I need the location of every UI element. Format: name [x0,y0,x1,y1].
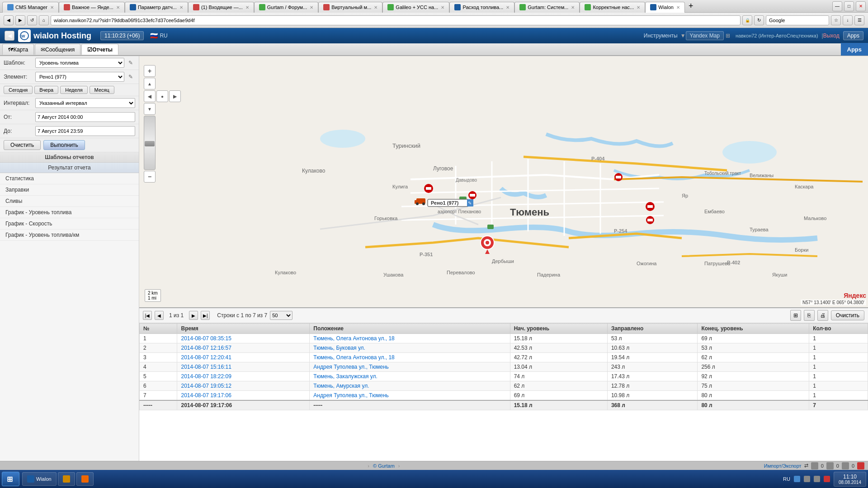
address-bar[interactable] [51,15,741,25]
cell-location[interactable]: Тюмень, Олега Антонова ул., 18 [310,353,510,362]
yesterday-btn[interactable]: Вчера [34,86,58,94]
menu-item-refuels[interactable]: Заправки [0,184,139,196]
browser-tab-9[interactable]: Gurtam: Систем...✕ [514,2,580,13]
minimize-btn[interactable]: — [832,1,842,11]
cell-time[interactable]: 2014-08-07 12:16:57 [177,343,310,353]
browser-tab-7[interactable]: Galileo + УСС на...✕ [382,2,449,13]
week-btn[interactable]: Неделя [60,86,87,94]
element-select[interactable]: Рено1 (977) [35,72,124,82]
first-page-btn[interactable]: |◀ [143,311,152,320]
tab-map[interactable]: 🗺 Карта [2,44,34,55]
app-back-btn[interactable]: ◀ [5,31,14,41]
clear-btn[interactable]: Очистить [4,140,41,150]
cell-time[interactable]: 2014-08-07 18:22:09 [177,372,310,381]
bottom-gurtam-link[interactable]: © Gurtam [373,463,395,469]
start-button[interactable]: ⊞ [2,472,19,486]
to-input[interactable] [35,126,135,136]
pan-center-btn[interactable]: ● [156,90,168,102]
search-input[interactable] [766,15,829,25]
header-icon-btn[interactable]: ⊞ [726,33,730,39]
element-edit-btn[interactable]: ✎ [126,72,135,81]
pan-up-btn[interactable]: ▲ [144,78,156,89]
taskbar-task-wialon[interactable]: Wialon [22,472,57,486]
header-user[interactable]: навкон72 (Интер-АвтоСпецтехника) [736,33,818,38]
pan-down-btn[interactable]: ▼ [144,103,156,115]
zoom-slider[interactable] [144,116,156,170]
cell-time[interactable]: 2014-08-07 19:17:06 [177,391,310,401]
browser-tab-3[interactable]: Параметр датч...✕ [125,2,188,13]
download-btn[interactable]: ↓ [843,15,853,25]
cell-location[interactable]: Тюмень, Олега Антонова ул., 18 [310,334,510,343]
month-btn[interactable]: Месяц [90,86,114,94]
svg-text:Рено1 (977): Рено1 (977) [431,200,459,206]
last-page-btn[interactable]: ▶| [201,311,210,320]
zoom-out-btn[interactable]: − [144,171,156,183]
settings-btn[interactable]: ☰ [854,15,864,25]
star-btn[interactable]: ☆ [831,15,841,25]
bottom-icon-4[interactable] [857,462,864,469]
cell-time[interactable]: 2014-08-07 15:16:11 [177,362,310,372]
next-page-btn[interactable]: ▶ [189,311,198,320]
browser-tab-1[interactable]: CMS Manager✕ [2,2,59,13]
pan-right-btn[interactable]: ▶ [169,90,181,102]
cell-location[interactable]: Андрея Туполева ул., Тюмень [310,391,510,401]
maximize-btn[interactable]: □ [844,1,854,11]
back-btn[interactable]: ◀ [4,15,14,25]
refresh-btn[interactable]: ↻ [754,15,764,25]
bottom-icon-3[interactable] [842,462,849,469]
browser-tab-8[interactable]: Расход топлива...✕ [449,2,514,13]
execute-btn[interactable]: Выполнить [43,140,85,150]
browser-tab-0[interactable]: Wialon✕ [645,2,685,13]
browser-tab-5[interactable]: Gurtam / Форум...✕ [254,2,318,13]
today-btn[interactable]: Сегодня [4,86,33,94]
cell-location[interactable]: Тюмень, Закалужская ул. [310,372,510,381]
per-page-select[interactable]: 50 [270,311,292,320]
menu-item-chart-fuel-km[interactable]: График - Уровень топлива/км [0,230,139,241]
template-edit-btn[interactable]: ✎ [126,58,135,67]
apps-corner[interactable]: Apps [841,43,868,56]
copy-btn[interactable]: ⎘ [804,310,815,321]
cell-time[interactable]: 2014-08-07 12:20:41 [177,353,310,362]
menu-item-statistics[interactable]: Статистика [0,173,139,184]
tab-reports-label: Отчеты [92,47,113,53]
browser-tab-6[interactable]: Виртуальный м...✕ [318,2,382,13]
reload-btn[interactable]: ↺ [27,15,37,25]
prev-page-btn[interactable]: ◀ [155,311,164,320]
template-select[interactable]: Уровень топлива [35,58,124,68]
cell-time[interactable]: 2014-08-07 08:35:15 [177,334,310,343]
tools-menu[interactable]: Инструменты [644,33,678,39]
table-clear-btn[interactable]: Очистить [831,310,864,320]
bottom-icon-2[interactable] [826,462,834,469]
menu-item-chart-fuel[interactable]: График - Уровень топлива [0,207,139,218]
view-btn[interactable]: ⊞ [790,310,801,321]
menu-item-drains[interactable]: Сливы [0,196,139,207]
browser-tab-4[interactable]: (1) Входящие —...✕ [188,2,254,13]
home-btn[interactable]: ⌂ [39,15,49,25]
taskbar-task-file[interactable] [58,472,75,486]
close-btn[interactable]: ✕ [856,1,866,11]
taskbar-task-browser[interactable] [76,472,94,486]
result-section-header[interactable]: Результат отчета [0,163,139,173]
from-input[interactable] [35,112,135,122]
menu-item-chart-speed[interactable]: График - Скорость [0,218,139,230]
browser-tab-2[interactable]: Важное — Янде...✕ [59,2,125,13]
zoom-in-btn[interactable]: + [144,65,156,77]
map-container[interactable]: Р-404 Р-351 Р-254 Р-402 [139,56,868,307]
apps-btn[interactable]: Apps [843,31,863,40]
tab-reports[interactable]: ☑ Отчеты [81,44,118,55]
bottom-icon-1[interactable] [811,462,818,469]
interval-select[interactable]: Указанный интервал [35,98,135,108]
forward-btn[interactable]: ▶ [15,15,25,25]
import-export-link[interactable]: Импорт/Экспорт [764,463,802,469]
yandex-map-btn[interactable]: Yandex Map [686,31,724,40]
browser-tab-10[interactable]: Корректные нас...✕ [580,2,645,13]
new-tab-btn[interactable]: + [689,1,693,11]
exit-btn[interactable]: Выход [823,33,840,39]
pan-left-btn[interactable]: ◀ [144,90,156,102]
cell-location[interactable]: Тюмень, Буковая ул. [310,343,510,353]
cell-location[interactable]: Тюмень, Амурская ул. [310,381,510,391]
cell-time[interactable]: 2014-08-07 19:05:12 [177,381,310,391]
tab-messages[interactable]: ✉ Сообщения [35,44,80,55]
cell-location[interactable]: Андрея Туполева ул., Тюмень [310,362,510,372]
print-btn[interactable]: 🖨 [817,310,828,321]
